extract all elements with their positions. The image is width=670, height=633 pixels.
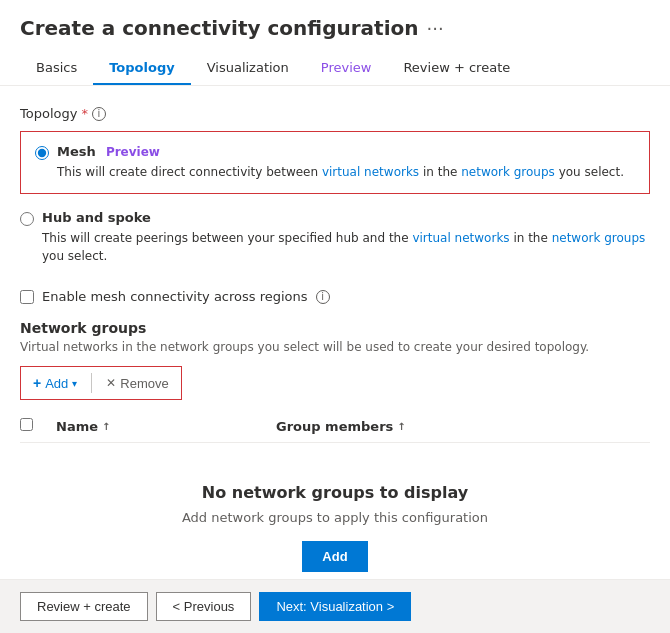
remove-label: Remove [120,376,168,391]
empty-add-button[interactable]: Add [302,541,367,572]
tab-review-create[interactable]: Review + create [387,52,526,85]
hub-spoke-label: Hub and spoke [42,210,151,225]
select-all-checkbox[interactable] [20,418,33,431]
topology-info-icon[interactable]: i [92,107,106,121]
tab-basics[interactable]: Basics [20,52,93,85]
tab-preview[interactable]: Preview [305,52,388,85]
hub-spoke-description: This will create peerings between your s… [42,229,650,265]
topology-label-text: Topology [20,106,77,121]
plus-icon: + [33,375,41,391]
mesh-radio-option: Mesh Preview This will create direct con… [35,144,635,181]
mesh-radio-input[interactable] [35,146,49,160]
hub-spoke-option-box: Hub and spoke This will create peerings … [20,202,650,273]
network-groups-desc: Virtual networks in the network groups y… [20,340,650,354]
page-title: Create a connectivity configuration [20,16,418,40]
mesh-connectivity-label: Enable mesh connectivity across regions [42,289,308,304]
next-button[interactable]: Next: Visualization > [259,592,411,621]
required-marker: * [81,106,88,121]
title-row: Create a connectivity configuration ··· [20,16,650,40]
mesh-checkbox-row: Enable mesh connectivity across regions … [20,289,650,304]
mesh-link-virtual-networks[interactable]: virtual networks [322,165,419,179]
mesh-label-group: Mesh Preview This will create direct con… [57,144,624,181]
toolbar-divider [91,373,92,393]
mesh-connectivity-checkbox[interactable] [20,290,34,304]
table-header: Name ↑ Group members ↑ [20,410,650,443]
tab-visualization[interactable]: Visualization [191,52,305,85]
review-create-button[interactable]: Review + create [20,592,148,621]
name-sort-icon[interactable]: ↑ [102,421,110,432]
empty-desc: Add network groups to apply this configu… [40,510,630,525]
network-groups-title: Network groups [20,320,650,336]
mesh-preview-badge: Preview [106,145,160,159]
col-members-label: Group members [276,419,393,434]
add-button[interactable]: + Add ▾ [27,371,83,395]
previous-button[interactable]: < Previous [156,592,252,621]
mesh-link-network-groups[interactable]: network groups [461,165,555,179]
remove-button[interactable]: ✕ Remove [100,372,174,395]
empty-state: No network groups to display Add network… [20,443,650,579]
tab-topology[interactable]: Topology [93,52,190,85]
col-name-label: Name [56,419,98,434]
hub-spoke-link-virtual-networks[interactable]: virtual networks [412,231,509,245]
topology-label: Topology * i [20,106,650,121]
header: Create a connectivity configuration ··· … [0,0,670,86]
members-sort-icon[interactable]: ↑ [397,421,405,432]
table-col-members: Group members ↑ [276,419,406,434]
x-icon: ✕ [106,376,116,390]
hub-spoke-radio-option: Hub and spoke This will create peerings … [20,210,650,265]
chevron-down-icon: ▾ [72,378,77,389]
table-col-name: Name ↑ [56,419,276,434]
hub-spoke-radio-input[interactable] [20,212,34,226]
mesh-option-box: Mesh Preview This will create direct con… [20,131,650,194]
content-area: Topology * i Mesh Preview This will crea… [0,86,670,579]
mesh-label: Mesh [57,144,96,159]
hub-spoke-label-group: Hub and spoke This will create peerings … [42,210,650,265]
title-dots: ··· [426,18,443,39]
table-select-all[interactable] [20,418,56,434]
empty-title: No network groups to display [40,483,630,502]
network-groups-toolbar: + Add ▾ ✕ Remove [20,366,182,400]
mesh-connectivity-info-icon[interactable]: i [316,290,330,304]
hub-spoke-link-network-groups[interactable]: network groups [552,231,646,245]
topology-options: Mesh Preview This will create direct con… [20,131,650,273]
tabs-nav: Basics Topology Visualization Preview Re… [20,52,650,85]
page-wrapper: Create a connectivity configuration ··· … [0,0,670,633]
add-label: Add [45,376,68,391]
mesh-description: This will create direct connectivity bet… [57,163,624,181]
network-groups-section: Network groups Virtual networks in the n… [20,320,650,579]
footer: Review + create < Previous Next: Visuali… [0,579,670,633]
